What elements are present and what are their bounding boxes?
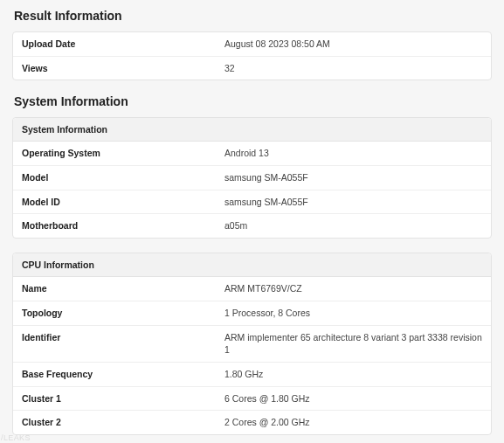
row-label: Views bbox=[22, 62, 224, 75]
row-value: a05m bbox=[224, 219, 247, 232]
row-value: 1 Processor, 8 Cores bbox=[224, 307, 310, 320]
row-value: 6 Cores @ 1.80 GHz bbox=[224, 392, 310, 405]
watermark: /LEAKS bbox=[1, 433, 31, 442]
row-label: Cluster 2 bbox=[22, 416, 224, 429]
table-row: Base Frequency 1.80 GHz bbox=[13, 363, 491, 387]
row-value: 2 Cores @ 2.00 GHz bbox=[224, 416, 310, 429]
table-row: Name ARM MT6769V/CZ bbox=[13, 277, 491, 301]
row-value: 1.80 GHz bbox=[224, 368, 263, 381]
row-label: Name bbox=[22, 282, 224, 295]
table-row: Views 32 bbox=[13, 57, 491, 80]
row-value: August 08 2023 08:50 AM bbox=[224, 38, 330, 51]
table-row: Motherboard a05m bbox=[13, 214, 491, 238]
cpu-info-card: CPU Information Name ARM MT6769V/CZ Topo… bbox=[12, 253, 492, 435]
table-row: Model ID samsung SM-A055F bbox=[13, 190, 491, 215]
table-row: Cluster 1 6 Cores @ 1.80 GHz bbox=[13, 387, 491, 412]
table-row: Topology 1 Processor, 8 Cores bbox=[13, 301, 491, 326]
row-label: Model bbox=[22, 171, 224, 184]
row-label: Cluster 1 bbox=[22, 392, 224, 405]
row-value: ARM MT6769V/CZ bbox=[224, 282, 302, 295]
row-value: Android 13 bbox=[224, 147, 269, 160]
row-value: 32 bbox=[224, 62, 235, 75]
result-card: Upload Date August 08 2023 08:50 AM View… bbox=[12, 31, 492, 80]
row-label: Operating System bbox=[22, 147, 224, 160]
row-label: Identifier bbox=[22, 331, 224, 356]
table-row: Model samsung SM-A055F bbox=[13, 166, 491, 190]
row-value: ARM implementer 65 architecture 8 varian… bbox=[224, 331, 482, 356]
result-section-title: Result Information bbox=[14, 9, 492, 23]
row-label: Model ID bbox=[22, 196, 224, 209]
row-label: Base Frequency bbox=[22, 368, 224, 381]
row-value: samsung SM-A055F bbox=[224, 171, 308, 184]
card-header: CPU Information bbox=[13, 253, 491, 277]
table-row: Cluster 2 2 Cores @ 2.00 GHz bbox=[13, 411, 491, 434]
table-row: Identifier ARM implementer 65 architectu… bbox=[13, 326, 491, 363]
system-info-card: System Information Operating System Andr… bbox=[12, 117, 492, 239]
table-row: Upload Date August 08 2023 08:50 AM bbox=[13, 32, 491, 57]
system-section-title: System Information bbox=[14, 94, 492, 108]
row-label: Motherboard bbox=[22, 219, 224, 232]
row-label: Upload Date bbox=[22, 38, 224, 51]
table-row: Operating System Android 13 bbox=[13, 142, 491, 166]
row-label: Topology bbox=[22, 307, 224, 320]
row-value: samsung SM-A055F bbox=[224, 196, 308, 209]
card-header: System Information bbox=[13, 118, 491, 142]
